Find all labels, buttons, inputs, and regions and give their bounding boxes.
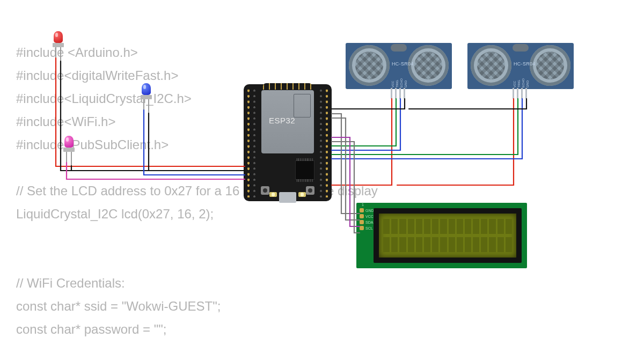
- esp32-led-indicator: [298, 192, 306, 197]
- sonar-pinlabels: VCCTRIGECHOGND: [513, 78, 529, 87]
- lcd-cell: [383, 219, 390, 234]
- hcsr04-sensor-2[interactable]: HC-SR04 VCCTRIGECHOGND: [467, 43, 574, 89]
- led-cathode: [60, 47, 61, 61]
- esp32-shield: ESP32: [261, 90, 314, 153]
- lcd-cell: [416, 237, 422, 252]
- esp32-en-button[interactable]: [261, 186, 269, 195]
- led-cathode: [71, 152, 72, 166]
- lcd-row: [383, 237, 512, 252]
- lcd-cell: [489, 237, 495, 252]
- transducer-right: [408, 45, 449, 86]
- lcd-cell: [497, 219, 504, 234]
- lcd-cell: [481, 219, 487, 234]
- lcd-cell: [440, 237, 447, 252]
- crystal: [391, 44, 407, 52]
- lcd-cell: [473, 219, 479, 234]
- lcd-screen: [379, 214, 516, 258]
- micro-usb-port: [279, 192, 296, 203]
- lcd-cell: [457, 237, 463, 252]
- lcd-cell: [399, 219, 406, 234]
- sensor-label: HC-SR04: [514, 61, 536, 67]
- lcd-cell: [449, 219, 455, 234]
- transducer-left: [349, 45, 390, 86]
- lcd-cell: [465, 237, 471, 252]
- lcd-cell: [506, 237, 512, 252]
- lcd-cell: [457, 219, 463, 234]
- led-bulb: [64, 136, 74, 148]
- lcd-cell: [383, 237, 390, 252]
- usb-uart-chip: [295, 160, 314, 180]
- lcd-1602-i2c[interactable]: 1 GND VCC SDA SCL: [356, 203, 527, 268]
- lcd-cell: [473, 237, 479, 252]
- lcd-cell: [399, 237, 406, 252]
- crystal: [513, 44, 529, 52]
- lcd-cell: [424, 237, 430, 252]
- led-bulb: [142, 83, 151, 95]
- lcd-cell: [391, 237, 398, 252]
- lcd-cell: [449, 237, 455, 252]
- lcd-cell: [497, 237, 504, 252]
- lcd-cell: [416, 219, 422, 234]
- led-cathode: [148, 99, 149, 113]
- esp32-label: ESP32: [269, 116, 295, 125]
- led-red[interactable]: [53, 31, 63, 47]
- lcd-cell: [432, 237, 438, 252]
- led-base: [53, 43, 64, 47]
- led-bulb: [54, 31, 63, 43]
- lcd-cell: [408, 219, 414, 234]
- lcd-cell: [465, 219, 471, 234]
- esp32-board[interactable]: ESP32: [244, 84, 332, 201]
- lcd-i2c-header: GND VCC SDA SCL: [360, 208, 374, 230]
- pin-header-left: [253, 88, 256, 197]
- led-blue[interactable]: [141, 83, 151, 99]
- led-anode: [55, 47, 56, 58]
- lcd-cell: [424, 219, 430, 234]
- pin-header-right: [319, 88, 323, 197]
- led-pink[interactable]: [63, 136, 74, 152]
- lcd-cell: [481, 237, 487, 252]
- lcd-cell: [489, 219, 495, 234]
- led-anode: [66, 152, 67, 163]
- esp32-boot-button[interactable]: [306, 186, 314, 195]
- lcd-cell: [506, 219, 512, 234]
- lcd-cell: [432, 219, 438, 234]
- lcd-cell: [408, 237, 414, 252]
- sonar-pins: [391, 88, 405, 99]
- led-anode: [143, 99, 144, 110]
- lcd-cell: [391, 219, 398, 234]
- lcd-cell: [440, 219, 447, 234]
- sonar-pins: [513, 88, 527, 99]
- transducer-left: [471, 45, 511, 86]
- transducer-right: [530, 45, 570, 86]
- led-base: [141, 95, 152, 99]
- sonar-pinlabels: VCCTRIGECHOGND: [391, 78, 407, 87]
- led-base: [63, 148, 75, 152]
- lcd-pin1-mark: 1: [362, 203, 364, 207]
- esp32-led-indicator: [269, 192, 277, 197]
- sensor-label: HC-SR04: [392, 61, 414, 67]
- hcsr04-sensor-1[interactable]: HC-SR04 VCCTRIGECHOGND: [346, 43, 452, 89]
- lcd-row: [383, 219, 512, 234]
- esp32-antenna: [263, 83, 312, 90]
